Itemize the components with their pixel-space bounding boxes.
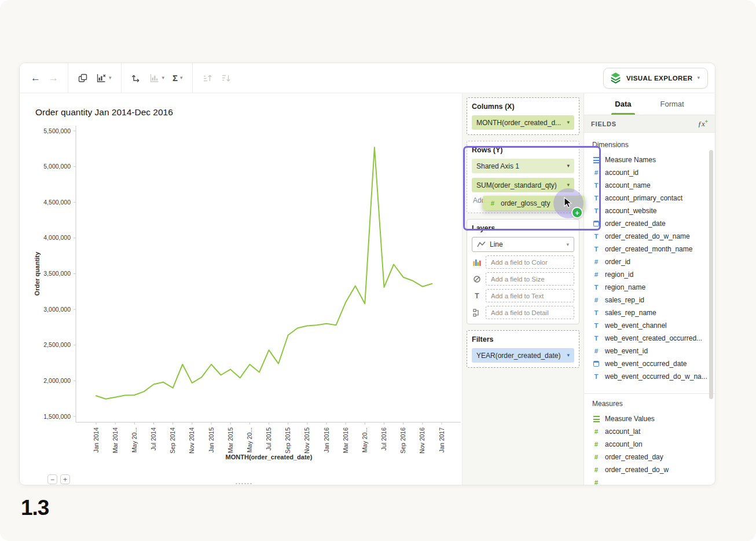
field-item[interactable]: sales_rep_id xyxy=(592,294,715,306)
field-item[interactable]: web_event_occurred_date xyxy=(592,357,715,370)
panel-tabs: Data Format xyxy=(584,93,715,115)
rows-pill-shared-axis[interactable]: Shared Axis 1 ▾ xyxy=(472,159,574,173)
chart-type-button[interactable]: ▾ xyxy=(145,70,169,87)
field-type-icon xyxy=(592,347,600,355)
field-type-icon xyxy=(592,181,600,189)
field-item[interactable]: account_id xyxy=(592,166,715,179)
svg-text:Jul 2014: Jul 2014 xyxy=(150,427,157,451)
size-encoding-icon xyxy=(472,275,482,283)
redo-button[interactable]: → xyxy=(45,70,63,86)
size-drop-target[interactable]: Add a field to Size xyxy=(486,272,574,286)
svg-text:Jul 2015: Jul 2015 xyxy=(265,427,272,451)
field-item[interactable]: web_event_id xyxy=(592,345,715,357)
toolbar-divider xyxy=(68,63,68,93)
field-item[interactable]: order_created_month_name xyxy=(592,243,715,255)
svg-text:May 20...: May 20... xyxy=(361,427,368,452)
field-label: web_event_occurred_date xyxy=(605,360,687,368)
text-drop-target[interactable]: Add a field to Text xyxy=(486,289,574,302)
field-item[interactable]: account_primary_contact xyxy=(592,192,715,204)
pill-label: YEAR(order_created_date) xyxy=(476,352,560,360)
field-item[interactable]: region_id xyxy=(592,268,715,281)
toolbar: ← → ▾ xyxy=(20,63,715,93)
visual-explorer-label: VISUAL EXPLORER xyxy=(626,75,692,82)
detail-encoding-icon xyxy=(472,309,482,317)
chevron-down-icon: ▾ xyxy=(567,120,570,125)
layers-shelf-title: Layers xyxy=(472,224,574,232)
columns-pill-month-order-created-date[interactable]: MONTH(order_created_d... ▾ xyxy=(472,115,574,130)
field-type-icon xyxy=(592,427,600,436)
svg-text:1,500,000: 1,500,000 xyxy=(43,413,71,420)
filters-shelf: Filters YEAR(order_created_date) ▾ xyxy=(467,330,579,368)
svg-text:Order quantity: Order quantity xyxy=(34,251,41,296)
svg-text:4,500,000: 4,500,000 xyxy=(43,199,71,206)
field-item[interactable]: web_event_created_occurred... xyxy=(592,332,715,345)
dragged-field-pill[interactable]: order_gloss_qty xyxy=(483,196,585,210)
field-type-icon xyxy=(592,296,600,304)
tab-data[interactable]: Data xyxy=(614,93,632,115)
field-item[interactable]: Measure Names xyxy=(592,153,715,166)
field-item[interactable]: order_created_do_w_name xyxy=(592,230,715,243)
undo-button[interactable]: ← xyxy=(27,70,45,86)
svg-text:4,000,000: 4,000,000 xyxy=(43,234,71,241)
swap-axes-button[interactable] xyxy=(127,70,145,87)
field-item[interactable]: order_created_date xyxy=(592,217,715,230)
sigma-icon: Σ xyxy=(173,74,178,82)
field-item[interactable]: order_id xyxy=(592,255,715,268)
mark-type-select[interactable]: Line ▾ xyxy=(472,237,574,252)
field-item[interactable]: web_event_channel xyxy=(592,319,715,332)
field-label: web_event_id xyxy=(605,347,648,355)
chart-area[interactable]: 5,500,0005,000,0004,500,0004,000,0003,50… xyxy=(31,121,463,469)
field-item[interactable]: sales_rep_name xyxy=(592,306,715,319)
field-type-icon xyxy=(592,453,600,461)
chevron-down-icon: ▾ xyxy=(567,182,570,188)
field-item[interactable]: order_created_do_w xyxy=(592,463,715,476)
add-calculated-field-icon[interactable]: ƒx+ xyxy=(698,119,708,129)
field-type-icon xyxy=(592,440,600,448)
field-type-icon xyxy=(592,245,600,253)
svg-text:Jul 2016: Jul 2016 xyxy=(380,427,387,451)
resize-handle[interactable] xyxy=(235,482,252,485)
chart-remove-icon xyxy=(96,73,107,83)
field-item[interactable]: Measure Values xyxy=(592,412,715,425)
sort-ascending-button[interactable] xyxy=(198,70,216,87)
tab-format[interactable]: Format xyxy=(659,93,685,115)
field-item[interactable]: account_website xyxy=(592,204,715,217)
field-item[interactable]: account_lat xyxy=(592,425,715,438)
field-item[interactable]: order_created_day xyxy=(592,451,715,463)
zoom-in-button[interactable]: + xyxy=(60,474,70,484)
field-item[interactable] xyxy=(592,476,715,485)
color-drop-target[interactable]: Add a field to Color xyxy=(486,255,574,269)
line-chart[interactable]: 5,500,0005,000,0004,500,0004,000,0003,50… xyxy=(31,121,463,469)
remove-chart-button[interactable]: ▾ xyxy=(92,70,116,87)
detail-drop-target[interactable]: Add a field to Detail xyxy=(486,306,574,319)
field-type-icon xyxy=(592,270,600,279)
forward-arrow-icon: → xyxy=(49,73,58,83)
field-item[interactable]: account_name xyxy=(592,179,715,192)
svg-text:Mar 2016: Mar 2016 xyxy=(342,427,349,454)
svg-text:Sep 2016: Sep 2016 xyxy=(399,427,406,454)
duplicate-chart-button[interactable] xyxy=(74,70,92,87)
svg-text:2,500,000: 2,500,000 xyxy=(43,341,71,348)
field-type-icon xyxy=(592,334,600,342)
chevron-down-icon: ▾ xyxy=(109,75,112,81)
field-label: order_created_do_w_name xyxy=(605,232,690,240)
zoom-out-button[interactable]: − xyxy=(47,474,57,484)
field-label: account_website xyxy=(605,207,656,215)
field-label: region_name xyxy=(605,283,645,291)
field-item[interactable]: region_name xyxy=(592,281,715,294)
sort-descending-button[interactable] xyxy=(216,70,235,87)
svg-text:2,000,000: 2,000,000 xyxy=(43,377,71,384)
rows-pill-sum-order-standard-qty[interactable]: SUM(order_standard_qty) ▾ xyxy=(472,178,574,192)
field-type-icon xyxy=(593,221,599,226)
filter-pill-year-order-created-date[interactable]: YEAR(order_created_date) ▾ xyxy=(472,348,574,363)
toolbar-divider xyxy=(192,63,193,93)
visual-explorer-menu-button[interactable]: VISUAL EXPLORER ▾ xyxy=(603,68,708,89)
fields-scrollbar-thumb[interactable] xyxy=(709,150,713,399)
field-label: order_id xyxy=(605,258,630,266)
sort-ascending-icon xyxy=(202,73,212,83)
field-item[interactable]: web_event_occurred_do_w_na... xyxy=(592,370,715,383)
field-item[interactable]: account_lon xyxy=(592,438,715,451)
filters-shelf-title: Filters xyxy=(472,335,574,343)
screen: ← → ▾ xyxy=(0,0,756,541)
aggregate-button[interactable]: Σ ▾ xyxy=(168,70,187,86)
